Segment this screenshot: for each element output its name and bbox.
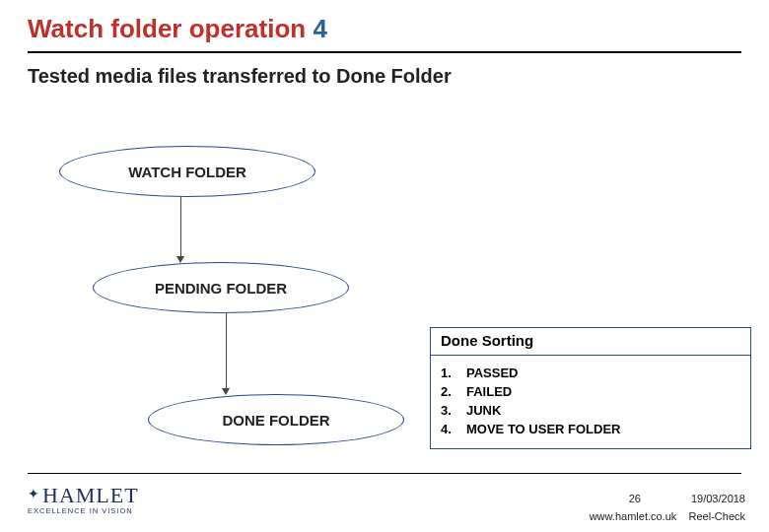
- pending-folder-node: PENDING FOLDER: [93, 262, 349, 313]
- connector-1: [180, 197, 181, 258]
- pending-folder-label: PENDING FOLDER: [155, 280, 287, 297]
- footer-line-1: 26 19/03/2018: [590, 493, 745, 504]
- list-item: 1. PASSED: [441, 364, 631, 382]
- title-red: Watch folder operation: [28, 14, 306, 43]
- item-label: JUNK: [466, 401, 631, 420]
- footer-right: 26 19/03/2018 www.hamlet.co.uk Reel-Chec…: [590, 493, 745, 522]
- list-item: 2. FAILED: [441, 382, 631, 401]
- footer-site: www.hamlet.co.uk: [590, 510, 677, 522]
- item-label: PASSED: [466, 364, 631, 382]
- footer-divider: [28, 473, 741, 474]
- brand-block: ✦ HAMLET EXCELLENCE IN VISION: [28, 483, 139, 515]
- sorting-list: 1. PASSED 2. FAILED 3. JUNK 4. MOVE TO U…: [441, 364, 631, 438]
- connector-2: [226, 313, 227, 390]
- list-item: 3. JUNK: [441, 401, 631, 420]
- done-folder-label: DONE FOLDER: [222, 412, 329, 429]
- list-item: 4. MOVE TO USER FOLDER: [441, 420, 631, 438]
- footer-product: Reel-Check: [689, 510, 745, 522]
- slide-title: Watch folder operation 4: [28, 14, 327, 44]
- item-num: 3.: [441, 401, 466, 420]
- arrowhead-2: [222, 388, 230, 395]
- done-sorting-panel: Done Sorting 1. PASSED 2. FAILED 3. JUNK…: [430, 327, 751, 449]
- slide-date: 19/03/2018: [691, 493, 745, 504]
- page-number: 26: [629, 493, 641, 504]
- brand-name-row: ✦ HAMLET: [28, 483, 139, 508]
- footer-line-2: www.hamlet.co.uk Reel-Check: [590, 510, 745, 522]
- item-label: MOVE TO USER FOLDER: [466, 420, 631, 438]
- done-sorting-body: 1. PASSED 2. FAILED 3. JUNK 4. MOVE TO U…: [431, 356, 750, 448]
- title-divider: [28, 51, 741, 53]
- brand-glyph-icon: ✦: [28, 486, 40, 502]
- item-label: FAILED: [466, 382, 631, 401]
- done-sorting-header: Done Sorting: [431, 328, 750, 356]
- item-num: 2.: [441, 382, 466, 401]
- brand-tagline: EXCELLENCE IN VISION: [28, 506, 139, 515]
- watch-folder-node: WATCH FOLDER: [59, 146, 315, 197]
- title-blue: 4: [313, 14, 326, 43]
- brand-name: HAMLET: [42, 483, 139, 508]
- done-folder-node: DONE FOLDER: [148, 394, 404, 445]
- item-num: 4.: [441, 420, 466, 438]
- watch-folder-label: WATCH FOLDER: [128, 164, 246, 180]
- item-num: 1.: [441, 364, 466, 382]
- subtitle: Tested media files transferred to Done F…: [28, 65, 452, 88]
- arrowhead-1: [176, 256, 184, 263]
